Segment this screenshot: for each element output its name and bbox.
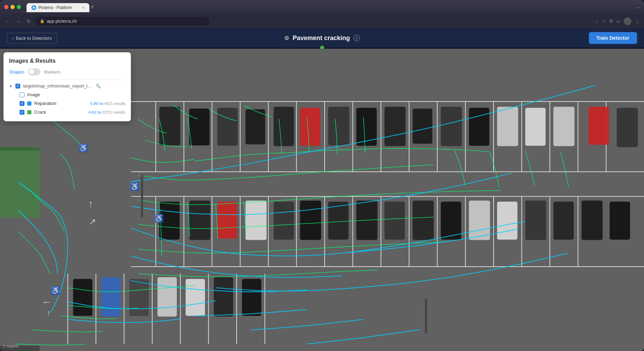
minimize-traffic-light[interactable] — [10, 5, 15, 9]
svg-rect-93 — [242, 279, 261, 316]
divider-1 — [9, 79, 125, 80]
svg-rect-73 — [245, 201, 266, 240]
url-text: app.picterra.ch — [47, 18, 77, 24]
svg-rect-105 — [424, 298, 428, 300]
svg-rect-74 — [274, 202, 294, 240]
address-bar: ← → ↻ 🔒 app.picterra.ch ↑ ☆ ⧉ ▱ ⋮ — [0, 14, 644, 29]
detector-title-area: ⚙ Pavement cracking i — [284, 35, 360, 42]
image-layer-item: Image — [9, 91, 125, 98]
lock-icon: 🔒 — [40, 19, 45, 23]
split-view-icon[interactable]: ▱ — [616, 18, 620, 24]
star-icon[interactable]: ☆ — [601, 18, 606, 24]
new-tab-button[interactable]: + — [91, 4, 94, 10]
svg-rect-86 — [610, 202, 630, 240]
crack-color-swatch — [27, 110, 31, 114]
svg-rect-65 — [497, 107, 518, 146]
svg-rect-6 — [0, 147, 39, 218]
svg-rect-84 — [553, 202, 573, 240]
save-icon[interactable]: ↑ — [595, 18, 598, 24]
info-icon[interactable]: i — [354, 35, 360, 41]
svg-rect-58 — [300, 108, 320, 146]
svg-rect-63 — [441, 107, 462, 146]
svg-rect-62 — [413, 108, 432, 144]
svg-rect-102 — [141, 175, 143, 218]
reload-button[interactable]: ↻ — [25, 17, 32, 25]
forward-nav-button[interactable]: → — [15, 17, 22, 25]
svg-rect-57 — [274, 107, 294, 146]
svg-rect-79 — [413, 201, 434, 240]
file-name-label: largelotmap_orthomosaic_export_thuapr160… — [23, 84, 93, 89]
svg-rect-88 — [101, 277, 120, 316]
svg-rect-68 — [589, 107, 609, 145]
reparation-checkbox[interactable]: ✓ — [20, 101, 24, 106]
crack-layer-item: ✓ Crack 4.63 ha 23711 results — [9, 108, 125, 116]
tab-close-button[interactable]: × — [82, 6, 84, 10]
shapes-markers-toggle[interactable] — [28, 68, 40, 75]
file-checkbox[interactable]: ✓ — [15, 84, 20, 89]
expand-icon[interactable]: ▼ — [9, 84, 13, 88]
back-chevron-icon: ‹ — [12, 36, 14, 41]
maximize-traffic-light[interactable] — [17, 5, 21, 9]
svg-rect-55 — [217, 108, 238, 146]
mapbox-attribution: © mapbox — [3, 344, 19, 348]
svg-text:←: ← — [42, 296, 52, 307]
svg-rect-7 — [0, 147, 39, 151]
user-avatar[interactable] — [624, 17, 631, 25]
svg-text:↑: ↑ — [88, 198, 93, 209]
svg-rect-72 — [217, 202, 237, 239]
view-toggle-row: Shapes Markers — [9, 68, 125, 75]
file-search-icon[interactable]: 🔍 — [96, 84, 101, 89]
traffic-lights — [4, 5, 21, 9]
reparation-label: Reparation — [34, 101, 88, 106]
crack-checkbox[interactable]: ✓ — [20, 110, 24, 115]
menu-icon[interactable]: ⋮ — [635, 18, 640, 24]
image-checkbox[interactable] — [20, 92, 24, 97]
close-traffic-light[interactable] — [4, 5, 8, 9]
svg-text:↗: ↗ — [89, 217, 96, 226]
svg-rect-91 — [186, 279, 205, 316]
svg-rect-82 — [497, 202, 517, 240]
svg-text:↑: ↑ — [46, 308, 51, 318]
svg-rect-71 — [189, 201, 210, 240]
map-area[interactable]: ♿ ♿ ♿ ♿ ↑ ↗ ← ↑ — [0, 49, 644, 351]
shapes-label[interactable]: Shapes — [9, 69, 24, 75]
svg-rect-85 — [582, 201, 602, 240]
url-bar[interactable]: 🔒 app.picterra.ch — [35, 17, 209, 25]
back-button-label: Back to Detectors — [16, 36, 52, 41]
svg-rect-80 — [441, 202, 461, 240]
active-tab[interactable]: Picterra - Platform × — [27, 3, 89, 12]
crack-stats: 4.63 ha 23711 results — [88, 110, 125, 114]
svg-rect-87 — [73, 279, 92, 316]
svg-rect-59 — [328, 107, 349, 145]
svg-rect-103 — [140, 175, 144, 177]
reparation-color-swatch — [27, 101, 31, 106]
svg-rect-89 — [129, 279, 149, 316]
svg-text:♿: ♿ — [154, 214, 164, 223]
reparation-layer-item: ✓ Reparation 5.86 ha 4521 results — [9, 100, 125, 107]
window-controls: ⌄ — [636, 5, 640, 9]
svg-rect-90 — [157, 277, 177, 316]
back-nav-button[interactable]: ← — [4, 17, 12, 25]
svg-rect-54 — [189, 108, 209, 145]
tab-bar: Picterra - Platform × + — [27, 2, 634, 12]
main-content: ♿ ♿ ♿ ♿ ↑ ↗ ← ↑ — [0, 49, 644, 351]
back-to-detectors-button[interactable]: ‹ Back to Detectors — [7, 33, 57, 44]
svg-rect-56 — [245, 109, 265, 144]
svg-text:♿: ♿ — [51, 286, 60, 295]
svg-rect-67 — [553, 107, 574, 146]
crack-label: Crack — [34, 109, 86, 115]
svg-rect-83 — [525, 201, 546, 240]
train-detector-button[interactable]: Train Detector — [589, 32, 637, 44]
app-header: ‹ Back to Detectors ⚙ Pavement cracking … — [0, 29, 644, 48]
detector-name: Pavement cracking — [293, 35, 350, 42]
svg-rect-81 — [469, 201, 490, 240]
svg-text:♿: ♿ — [79, 143, 88, 153]
title-bar: Picterra - Platform × + ⌄ — [0, 0, 644, 14]
svg-rect-60 — [356, 108, 377, 146]
settings-icon[interactable]: ⚙ — [284, 35, 289, 41]
svg-rect-64 — [469, 108, 489, 146]
svg-rect-66 — [525, 108, 546, 146]
svg-rect-69 — [617, 108, 638, 147]
svg-rect-92 — [214, 277, 233, 316]
extensions-icon[interactable]: ⧉ — [609, 18, 613, 24]
